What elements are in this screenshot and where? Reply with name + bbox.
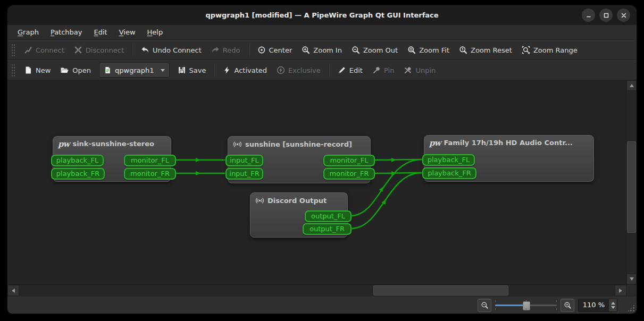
new-button[interactable]: New: [19, 63, 55, 78]
disconnect-button[interactable]: Disconnect: [69, 43, 129, 57]
connection-wires: [7, 80, 626, 284]
zoom-fit-icon: [407, 46, 416, 54]
arrow-up-icon: [630, 84, 634, 87]
edit-toggle[interactable]: Edit: [333, 63, 367, 78]
zoom-reset-icon: [459, 46, 467, 54]
patchbay-file-icon: [104, 66, 112, 74]
zoom-slider[interactable]: [495, 300, 557, 310]
undo-connect-button[interactable]: Undo Connect: [136, 43, 206, 57]
toolbar-drag-handle[interactable]: [11, 43, 15, 57]
scroll-left-button[interactable]: [7, 285, 19, 296]
menu-help[interactable]: Help: [141, 27, 169, 38]
spin-down-button[interactable]: [611, 306, 615, 309]
edit-pencil-icon: [338, 66, 346, 74]
connect-icon: [24, 46, 32, 54]
zoom-fit-button[interactable]: Zoom Fit: [403, 43, 454, 57]
activated-toggle[interactable]: Activated: [218, 63, 272, 78]
canvas-row: pw sink-sunshine-stereo playback_FL play…: [7, 80, 637, 284]
redo-icon: [211, 46, 220, 54]
zoom-out-icon: [481, 301, 489, 309]
arrow-right-icon: [619, 289, 622, 293]
horizontal-scrollbar[interactable]: [7, 285, 626, 296]
toolbar-separator: [329, 64, 330, 77]
window-controls: [578, 9, 630, 22]
undo-icon: [141, 46, 149, 54]
zoom-out-icon: [352, 46, 360, 54]
close-button[interactable]: [617, 9, 630, 22]
slider-ticks: [495, 308, 557, 310]
save-icon: [178, 66, 186, 74]
app-window: qpwgraph1 [modified] — A PipeWire Graph …: [7, 5, 637, 314]
arrow-left-icon: [12, 289, 15, 293]
pin-button[interactable]: Pin: [367, 63, 399, 78]
connect-button[interactable]: Connect: [19, 43, 69, 57]
slider-fill: [495, 305, 526, 306]
patchbay-toolbar: New Open qpwgraph1: [7, 60, 637, 80]
patchbay-profile-combobox[interactable]: qpwgraph1: [99, 63, 169, 78]
window-title: qpwgraph1 [modified] — A PipeWire Graph …: [7, 5, 637, 25]
spin-up-button[interactable]: [611, 302, 615, 305]
toolbar-separator: [214, 64, 215, 77]
spin-buttons: [608, 299, 617, 311]
close-icon: [621, 12, 627, 19]
scrollbar-corner: [626, 285, 637, 296]
open-button[interactable]: Open: [55, 63, 96, 78]
exclusive-toggle[interactable]: Exclusive: [272, 63, 325, 78]
menu-edit[interactable]: Edit: [88, 27, 113, 38]
open-folder-icon: [60, 66, 69, 74]
save-button[interactable]: Save: [173, 63, 211, 78]
scroll-right-button[interactable]: [615, 285, 626, 296]
size-grip[interactable]: [627, 304, 635, 312]
scroll-up-button[interactable]: [626, 80, 637, 91]
vertical-scroll-thumb[interactable]: [627, 141, 636, 233]
zoom-reset-button[interactable]: Zoom Reset: [454, 43, 517, 57]
patchbay-profile-value: qpwgraph1: [115, 66, 154, 74]
new-file-icon: [24, 66, 32, 74]
toolbar-separator: [132, 44, 133, 56]
vertical-scroll-track[interactable]: [626, 91, 637, 274]
vertical-scrollbar[interactable]: [626, 80, 637, 284]
menu-patchbay[interactable]: Patchbay: [45, 27, 88, 38]
zoom-in-icon: [302, 46, 310, 54]
disconnect-icon: [74, 46, 82, 54]
unpin-button[interactable]: Unpin: [399, 63, 440, 78]
maximize-button[interactable]: [599, 9, 613, 22]
minimize-icon: [586, 12, 592, 19]
exclusive-bolt-icon: [277, 66, 285, 74]
pin-icon: [372, 66, 381, 74]
scroll-down-button[interactable]: [626, 274, 637, 284]
zoom-range-icon: [522, 46, 530, 54]
arrow-down-icon: [630, 277, 634, 281]
zoom-in-icon: [564, 301, 572, 309]
statusbar-zoom-out-button[interactable]: [478, 299, 491, 312]
center-icon: [257, 46, 266, 54]
zoom-range-button[interactable]: Zoom Range: [517, 43, 582, 57]
minimize-button[interactable]: [582, 9, 595, 22]
graph-canvas[interactable]: pw sink-sunshine-stereo playback_FL play…: [7, 80, 626, 284]
graph-toolbar: Connect Disconnect Undo Connect Redo: [7, 40, 637, 60]
screenshot: qpwgraph1 [modified] — A PipeWire Graph …: [0, 0, 644, 321]
activated-bolt-icon: [223, 66, 231, 74]
horizontal-scroll-thumb[interactable]: [373, 285, 508, 295]
zoom-spinbox[interactable]: 110 %: [578, 299, 617, 312]
toolbar-drag-handle[interactable]: [11, 63, 15, 77]
connection[interactable]: [351, 173, 422, 229]
unpin-icon: [404, 66, 412, 74]
menubar: Graph Patchbay Edit View Help: [7, 25, 637, 40]
chevron-down-icon: [161, 69, 165, 72]
zoom-value: 110 %: [579, 299, 608, 311]
maximize-icon: [603, 12, 609, 19]
titlebar[interactable]: qpwgraph1 [modified] — A PipeWire Graph …: [7, 5, 637, 25]
horizontal-scroll-track[interactable]: [19, 285, 615, 296]
menu-view[interactable]: View: [113, 27, 141, 38]
zoom-in-button[interactable]: Zoom In: [297, 43, 347, 57]
statusbar-zoom-in-button[interactable]: [561, 299, 574, 312]
redo-button[interactable]: Redo: [206, 43, 245, 57]
connection[interactable]: [351, 159, 422, 216]
toolbar-separator: [248, 44, 249, 56]
zoom-out-button[interactable]: Zoom Out: [347, 43, 403, 57]
statusbar: 110 %: [7, 296, 637, 314]
center-button[interactable]: Center: [253, 43, 297, 57]
horizontal-scrollbar-row: [7, 284, 637, 296]
menu-graph[interactable]: Graph: [12, 27, 45, 38]
